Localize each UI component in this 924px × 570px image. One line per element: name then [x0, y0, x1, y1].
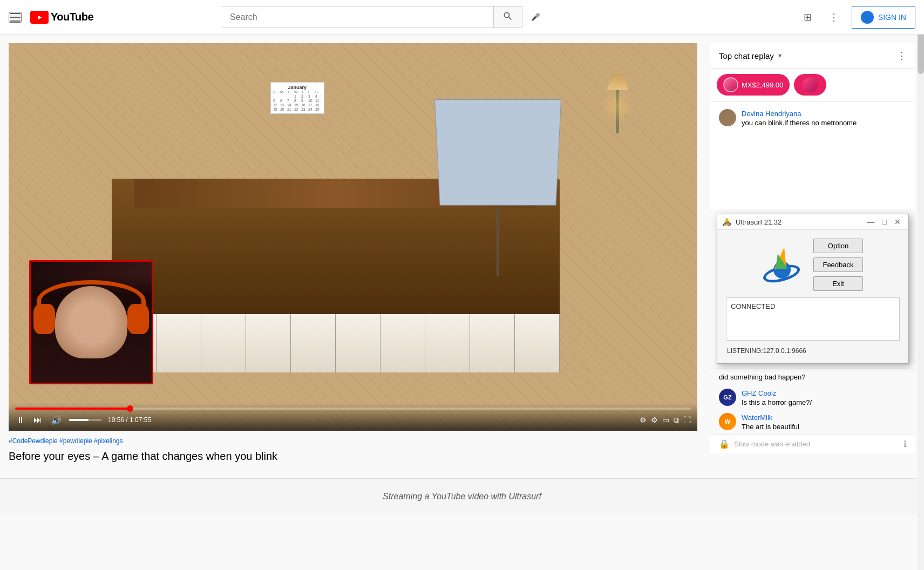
chat-header: Top chat replay ▾ ⋮ — [710, 43, 915, 69]
option-button[interactable]: Option — [813, 239, 862, 253]
progress-dot — [127, 405, 133, 412]
chat-text-divina: you can blink.if theres no metronome — [742, 119, 907, 127]
video-title: Before your eyes – A game that changes w… — [9, 449, 697, 463]
scrollbar-thumb[interactable] — [918, 29, 924, 74]
lock-icon: 🔒 — [719, 439, 730, 449]
connected-status-box: CONNECTED — [726, 297, 900, 341]
apps-button[interactable]: ⊞ — [799, 7, 816, 28]
dialog-minimize-button[interactable]: — — [865, 218, 877, 226]
dialog-titlebar: Ultrasurf 21.32 — □ ✕ — [717, 214, 908, 230]
search-input[interactable] — [221, 6, 493, 28]
youtube-text: YouTube — [51, 11, 93, 23]
volume-button[interactable]: 🔊 — [50, 414, 63, 426]
progress-fill — [15, 408, 130, 410]
play-pause-button[interactable]: ⏸ — [15, 414, 26, 426]
volume-fill — [69, 419, 89, 421]
header-left: YouTube — [9, 11, 93, 24]
fullscreen-button[interactable]: ⛶ — [683, 416, 691, 425]
dialog-buttons: Option Feedback Exit — [813, 239, 862, 291]
dialog-main-row: Option Feedback Exit — [726, 239, 900, 291]
more-options-button[interactable]: ⋮ — [825, 7, 843, 28]
sheet-music — [434, 99, 561, 206]
dialog-title-left: Ultrasurf 21.32 — [723, 218, 782, 226]
chat-header-left: Top chat replay ▾ — [719, 51, 782, 60]
superchat-bar: MX$2,499.00 — [710, 69, 915, 101]
music-stand — [422, 101, 574, 295]
logo-green-sail — [776, 254, 787, 269]
search-button[interactable] — [493, 6, 522, 28]
chat-avatar-divina — [719, 109, 736, 126]
username-wm[interactable]: WaterMilk — [742, 413, 772, 422]
did-something-text: did something bad happen? — [710, 368, 915, 385]
chat-dropdown-icon[interactable]: ▾ — [778, 52, 782, 59]
exit-button[interactable]: Exit — [813, 276, 862, 291]
video-player[interactable]: January SMTWTFS 1234 567891011 121314151… — [9, 43, 697, 431]
feedback-button[interactable]: Feedback — [813, 257, 862, 272]
microphone-button[interactable]: 🎤 — [527, 9, 545, 25]
video-background: January SMTWTFS 1234 567891011 121314151… — [9, 43, 697, 431]
miniplayer-button[interactable]: ⧉ — [674, 416, 679, 425]
sign-in-button[interactable]: 👤 SIGN IN — [852, 6, 915, 29]
main-content: January SMTWTFS 1234 567891011 121314151… — [0, 35, 924, 478]
settings-button[interactable]: ⚙ — [651, 416, 658, 425]
chat-more-button[interactable]: ⋮ — [897, 50, 907, 62]
header-center: 🎤 — [221, 6, 545, 28]
slow-mode-info-icon[interactable]: ℹ — [903, 439, 907, 449]
dialog-body: Option Feedback Exit CONNECTED LISTENING… — [717, 230, 908, 363]
stand-leg — [497, 208, 499, 276]
chat-title: Top chat replay — [719, 51, 774, 60]
video-info: #CodePewdiepie #pewdiepie #pixelings Bef… — [9, 431, 697, 470]
user-icon: 👤 — [861, 11, 874, 24]
ultrasurf-dialog: Ultrasurf 21.32 — □ ✕ — [717, 214, 909, 364]
calendar: January SMTWTFS 1234 567891011 121314151… — [270, 82, 324, 114]
sign-in-label: SIGN IN — [878, 13, 906, 22]
hamburger-menu[interactable] — [9, 12, 22, 23]
chat-section: Top chat replay ▾ ⋮ MX$2,499.00 Devina H… — [710, 43, 915, 470]
dialog-restore-button[interactable]: □ — [880, 218, 889, 226]
volume-slider[interactable] — [69, 419, 101, 421]
page-footer: Streaming a YouTube video with Ultrasurf — [0, 478, 924, 514]
right-controls: ⚙ ⚙ ▭ ⧉ ⛶ — [640, 416, 691, 425]
piano-keys — [112, 314, 559, 372]
chat-content-divina: Devina Hendriyana you can blink.if there… — [742, 109, 907, 127]
dialog-title-text: Ultrasurf 21.32 — [736, 218, 782, 226]
superchat-pill-2[interactable] — [794, 74, 826, 96]
youtube-icon — [30, 11, 49, 24]
footer-caption: Streaming a YouTube video with Ultrasurf — [13, 492, 911, 501]
superchat-pill-1[interactable]: MX$2,499.00 — [717, 74, 790, 96]
next-button[interactable]: ⏭ — [32, 414, 43, 426]
superchat-avatar-2 — [803, 77, 818, 92]
header: YouTube 🎤 ⊞ ⋮ 👤 SIGN IN — [0, 0, 924, 35]
scrollbar-track[interactable] — [918, 0, 924, 514]
chat-text-ghz: Is this a horror game?/ — [742, 398, 907, 406]
subtitles-button[interactable]: ⚙ — [640, 416, 647, 425]
webcam-overlay — [29, 260, 153, 384]
chat-message-divina: Devina Hendriyana you can blink.if there… — [710, 106, 915, 130]
dialog-close-button[interactable]: ✕ — [892, 218, 903, 226]
chat-content-ghz: GHZ Coolz Is this a horror game?/ — [742, 389, 907, 406]
chat-content-wm: WaterMilk The art is beautiful — [742, 413, 907, 431]
lamp — [607, 74, 628, 133]
avatar-ghz: GZ — [719, 389, 736, 406]
calendar-month: January — [273, 85, 322, 90]
listening-text: LISTENING:127.0.0.1:9666 — [726, 347, 807, 355]
chat-messages: Devina Hendriyana you can blink.if there… — [710, 101, 915, 209]
search-box — [221, 6, 522, 28]
progress-bar[interactable] — [15, 408, 691, 410]
time-display: 19:56 / 1:07:55 — [108, 416, 151, 424]
slow-mode-bar: 🔒 Slow mode was enabled ℹ — [710, 434, 915, 453]
theater-button[interactable]: ▭ — [662, 416, 669, 425]
video-tags: #CodePewdiepie #pewdiepie #pixelings — [9, 437, 697, 445]
username-ghz[interactable]: GHZ Coolz — [742, 389, 776, 397]
video-section: January SMTWTFS 1234 567891011 121314151… — [9, 43, 697, 470]
dialog-controls: — □ ✕ — [865, 218, 903, 226]
chat-message-wm: W WaterMilk The art is beautiful — [710, 410, 915, 434]
avatar-wm: W — [719, 413, 736, 430]
lamp-shade — [607, 74, 628, 90]
youtube-logo[interactable]: YouTube — [30, 11, 93, 24]
lamp-glow — [601, 90, 634, 123]
connected-text: CONNECTED — [731, 302, 775, 310]
webcam-ear-left — [33, 304, 55, 334]
chat-username-divina[interactable]: Devina Hendriyana — [742, 110, 801, 118]
header-right: ⊞ ⋮ 👤 SIGN IN — [799, 6, 915, 29]
